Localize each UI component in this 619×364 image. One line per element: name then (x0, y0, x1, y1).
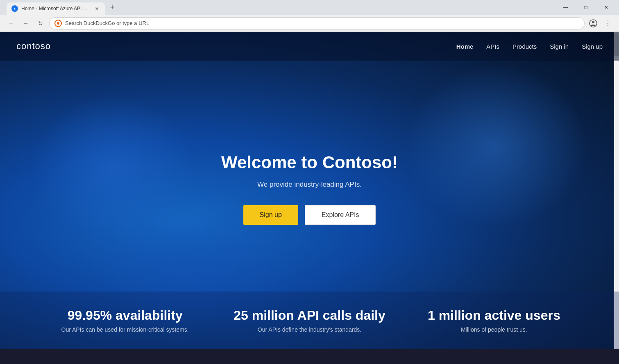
browser-chrome: ● Home - Microsoft Azure API Mar ✕ + — □… (0, 0, 619, 32)
tab-favicon: ● (11, 5, 18, 12)
hero-section: contoso Home APIs Products Sign in Sign … (0, 32, 619, 349)
stat-api-calls-number: 25 million API calls daily (217, 308, 401, 323)
profile-button[interactable] (587, 17, 599, 29)
tab-bar: ● Home - Microsoft Azure API Mar ✕ + (3, 0, 554, 15)
tab-title: Home - Microsoft Azure API Mar (21, 6, 90, 11)
stat-active-users: 1 million active users Millions of peopl… (402, 308, 586, 333)
minimize-button[interactable]: — (556, 1, 575, 14)
explore-apis-button[interactable]: Explore APIs (305, 205, 376, 225)
nav-signup[interactable]: Sign up (582, 43, 603, 50)
window-controls: — □ ✕ (556, 1, 616, 14)
hero-title: Welcome to Contoso! (221, 153, 398, 172)
nav-products[interactable]: Products (512, 43, 537, 50)
nav-home[interactable]: Home (456, 43, 474, 50)
hero-buttons: Sign up Explore APIs (243, 205, 376, 225)
forward-button[interactable]: → (20, 17, 32, 29)
address-favicon (54, 20, 62, 27)
title-bar: ● Home - Microsoft Azure API Mar ✕ + — □… (0, 0, 619, 15)
tab-close-button[interactable]: ✕ (93, 5, 100, 12)
svg-point-3 (592, 21, 594, 23)
address-text: Search DuckDuckGo or type a URL (65, 20, 579, 26)
site-logo: contoso (16, 41, 51, 52)
stat-availability: 99.95% availability Our APIs can be used… (33, 308, 217, 333)
website-content: contoso Home APIs Products Sign in Sign … (0, 32, 619, 349)
stat-api-calls: 25 million API calls daily Our APIs defi… (217, 308, 401, 333)
refresh-button[interactable]: ↻ (34, 17, 47, 29)
stats-section: 99.95% availability Our APIs can be used… (0, 292, 619, 349)
hero-subtitle: We provide industry-leading APIs. (257, 181, 362, 189)
new-tab-button[interactable]: + (107, 2, 118, 13)
back-button[interactable]: ← (5, 17, 17, 29)
signup-button[interactable]: Sign up (243, 205, 298, 225)
stat-availability-number: 99.95% availability (33, 308, 217, 323)
active-tab[interactable]: ● Home - Microsoft Azure API Mar ✕ (7, 2, 105, 15)
nav-signin[interactable]: Sign in (550, 43, 569, 50)
toolbar: ← → ↻ Search DuckDuckGo or type a URL ⋮ (0, 15, 619, 32)
nav-apis[interactable]: APIs (486, 43, 499, 50)
stat-users-number: 1 million active users (402, 308, 586, 323)
nav-links: Home APIs Products Sign in Sign up (456, 43, 603, 50)
stat-api-calls-desc: Our APIs define the industry's standards… (217, 326, 401, 333)
svg-point-1 (57, 22, 59, 25)
stat-availability-desc: Our APIs can be used for mission-critica… (33, 326, 217, 333)
close-button[interactable]: ✕ (597, 1, 616, 14)
address-bar[interactable]: Search DuckDuckGo or type a URL (49, 17, 585, 29)
maximize-button[interactable]: □ (576, 1, 595, 14)
stat-users-desc: Millions of people trust us. (402, 326, 586, 333)
menu-button[interactable]: ⋮ (602, 17, 614, 29)
navigation-bar: contoso Home APIs Products Sign in Sign … (0, 32, 619, 61)
